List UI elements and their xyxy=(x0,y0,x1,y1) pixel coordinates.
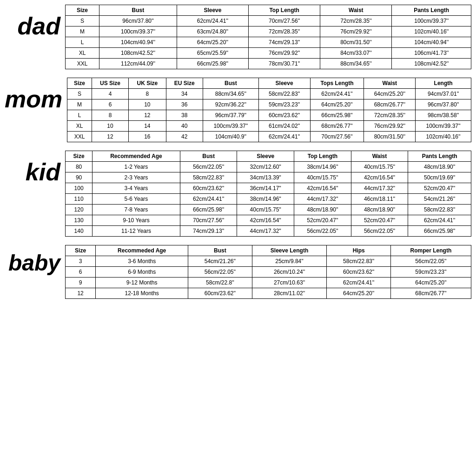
baby-label: baby xyxy=(5,252,65,274)
kid-col-waist: Waist xyxy=(351,151,408,162)
table-cell: 106cm/41.73'' xyxy=(392,48,471,59)
table-cell: 62cm/24.41'' xyxy=(177,16,248,26)
mom-col-sleeve: Sleeve xyxy=(258,78,310,89)
table-cell: 104cm/40.9'' xyxy=(203,132,258,142)
table-cell: 12 xyxy=(129,110,166,121)
baby-col-romperlength: Romper Length xyxy=(390,245,471,256)
kid-col-bust: Bust xyxy=(180,151,237,162)
table-cell: 6 xyxy=(92,99,128,110)
table-cell: 100cm/39.37'' xyxy=(392,16,471,26)
table-cell: 42cm/16.54'' xyxy=(351,172,408,183)
table-cell: 60cm/23.62'' xyxy=(258,110,310,121)
table-cell: 80cm/31.50'' xyxy=(364,132,416,142)
table-cell: 36 xyxy=(166,99,203,110)
table-cell: 96cm/37.80'' xyxy=(99,16,177,26)
table-cell: 14 xyxy=(129,121,166,132)
table-cell: 62cm/24.41'' xyxy=(258,132,310,142)
table-row: 33-6 Months54cm/21.26''25cm/9.84''58cm/2… xyxy=(66,256,471,267)
table-cell: 40cm/15.75'' xyxy=(351,162,408,172)
table-cell: 63cm/24.80'' xyxy=(177,26,248,37)
table-cell: 3-4 Years xyxy=(93,183,180,194)
baby-col-size: Size xyxy=(66,245,96,256)
table-cell: 42 xyxy=(166,132,203,142)
table-cell: 10 xyxy=(92,121,128,132)
table-cell: 16 xyxy=(129,132,166,142)
table-cell: 80cm/31.50'' xyxy=(320,37,392,48)
table-cell: 34cm/13.39'' xyxy=(237,172,294,183)
table-cell: 38cm/14.96'' xyxy=(294,162,351,172)
kid-col-recage: Recommended Age xyxy=(93,151,180,162)
mom-table: Size US Size UK Size EU Size Bust Sleeve… xyxy=(67,78,471,142)
kid-table: Size Recommended Age Bust Sleeve Top Len… xyxy=(65,151,471,237)
table-cell: 25cm/9.84'' xyxy=(252,256,327,267)
table-row: 14011-12 Years74cm/29.13''44cm/17.32''56… xyxy=(66,226,471,237)
table-cell: 140 xyxy=(66,226,93,237)
table-row: 1207-8 Years66cm/25.98''40cm/15.75''48cm… xyxy=(66,205,471,215)
table-row: XL108cm/42.52''65cm/25.59''76cm/29.92''8… xyxy=(66,48,471,59)
table-cell: 56cm/22.05'' xyxy=(294,226,351,237)
kid-label: kid xyxy=(5,160,65,184)
table-cell: 62cm/24.41'' xyxy=(310,89,364,99)
table-cell: 70cm/27.56'' xyxy=(310,132,364,142)
table-row: 1309-10 Years70cm/27.56''42cm/16.54''52c… xyxy=(66,215,471,226)
table-cell: 94cm/37.01'' xyxy=(416,89,471,99)
kid-col-pantslength: Pants Length xyxy=(408,151,471,162)
table-cell: 46cm/18.11'' xyxy=(351,194,408,205)
table-cell: 7-8 Years xyxy=(93,205,180,215)
table-row: 99-12 Months58cm/22.8''27cm/10.63''62cm/… xyxy=(66,278,471,288)
table-cell: 64cm/25.20'' xyxy=(310,99,364,110)
table-cell: 8 xyxy=(92,110,128,121)
table-cell: 100cm/39.37'' xyxy=(416,121,471,132)
table-cell: 27cm/10.63'' xyxy=(252,278,327,288)
table-cell: 40cm/15.75'' xyxy=(294,172,351,183)
table-cell: 54cm/21.26'' xyxy=(408,194,471,205)
table-cell: 44cm/17.32'' xyxy=(351,183,408,194)
table-cell: 59cm/23.23'' xyxy=(390,267,471,278)
table-row: XL101440100cm/39.37''61cm/24.02''68cm/26… xyxy=(67,121,471,132)
table-cell: 58cm/22.83'' xyxy=(408,205,471,215)
table-cell: 3 xyxy=(66,256,96,267)
table-cell: 6 xyxy=(66,267,96,278)
table-cell: 9-10 Years xyxy=(93,215,180,226)
table-cell: 66cm/25.98'' xyxy=(310,110,364,121)
mom-col-ussize: US Size xyxy=(92,78,128,89)
table-cell: 108cm/42.52'' xyxy=(99,48,177,59)
dad-col-pantslength: Pants Length xyxy=(392,5,471,16)
table-cell: 68cm/26.77'' xyxy=(310,121,364,132)
table-cell: 110 xyxy=(66,194,93,205)
table-cell: 40 xyxy=(166,121,203,132)
table-cell: 64cm/25.20'' xyxy=(327,288,390,299)
mom-col-waist: Waist xyxy=(364,78,416,89)
table-cell: 34 xyxy=(166,89,203,99)
mom-section: mom Size US Size UK Size EU Size Bust Sl… xyxy=(5,78,471,142)
table-cell: 76cm/29.92'' xyxy=(320,26,392,37)
table-cell: XXL xyxy=(67,132,92,142)
table-cell: 28cm/11.02'' xyxy=(252,288,327,299)
table-cell: 62cm/24.41'' xyxy=(408,215,471,226)
table-row: S96cm/37.80''62cm/24.41''70cm/27.56''72c… xyxy=(66,16,471,26)
table-cell: 8 xyxy=(129,89,166,99)
table-cell: 36cm/14.17'' xyxy=(237,183,294,194)
table-cell: 80 xyxy=(66,162,93,172)
table-cell: L xyxy=(66,37,99,48)
table-cell: 59cm/23.23'' xyxy=(258,99,310,110)
table-cell: 74cm/29.13'' xyxy=(180,226,237,237)
mom-col-length: Length xyxy=(416,78,471,89)
mom-col-bust: Bust xyxy=(203,78,258,89)
table-cell: 58cm/22.8'' xyxy=(188,278,252,288)
mom-col-uksize: UK Size xyxy=(129,78,166,89)
table-cell: 10 xyxy=(129,99,166,110)
table-cell: 48cm/18.90'' xyxy=(351,205,408,215)
baby-col-recage: Recommeded Age xyxy=(96,245,188,256)
table-cell: 5-6 Years xyxy=(93,194,180,205)
table-cell: 32cm/12.60'' xyxy=(237,162,294,172)
dad-table: Size Bust Sleeve Top Length Waist Pants … xyxy=(65,5,471,69)
table-cell: 40cm/15.75'' xyxy=(237,205,294,215)
table-row: 1105-6 Years62cm/24.41''38cm/14.96''44cm… xyxy=(66,194,471,205)
table-cell: 52cm/20.47'' xyxy=(294,215,351,226)
table-cell: 74cm/29.13'' xyxy=(249,37,320,48)
table-cell: 58cm/22.83'' xyxy=(258,89,310,99)
table-row: M6103692cm/36.22''59cm/23.23''64cm/25.20… xyxy=(67,99,471,110)
table-row: 1003-4 Years60cm/23.62''36cm/14.17''42cm… xyxy=(66,183,471,194)
table-cell: 48cm/18.90'' xyxy=(294,205,351,215)
